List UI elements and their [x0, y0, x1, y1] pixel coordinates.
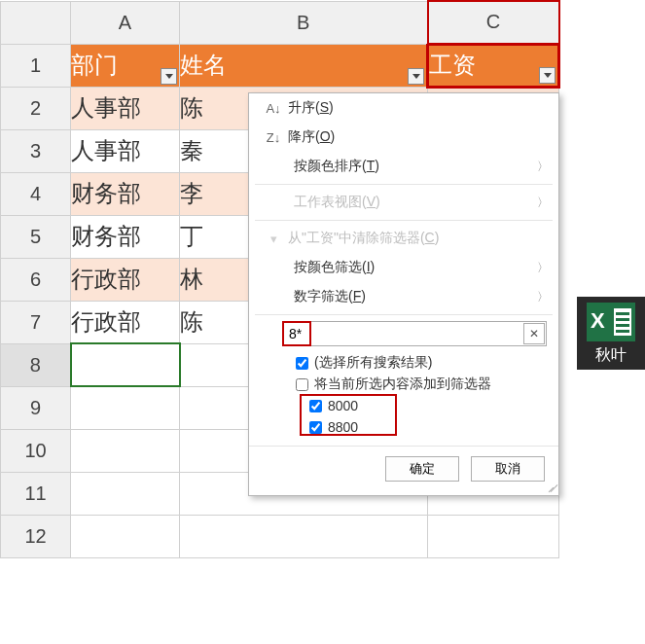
filter-by-color-item[interactable]: 按颜色筛选(I) 〉 — [249, 253, 558, 282]
sort-desc-label: 降序(O) — [284, 128, 549, 146]
result-checkbox-8800[interactable] — [309, 421, 322, 434]
filter-button-name[interactable] — [408, 68, 424, 85]
row-header-12[interactable]: 12 — [1, 515, 71, 557]
select-all-row[interactable]: (选择所有搜索结果) — [282, 352, 547, 374]
sort-by-color-item[interactable]: 按颜色排序(T) 〉 — [249, 152, 558, 181]
badge-text: 秋叶 — [595, 345, 627, 366]
row-header-11[interactable]: 11 — [1, 472, 71, 515]
separator — [255, 184, 553, 185]
result-checkbox-8000[interactable] — [309, 400, 322, 412]
row-header-4[interactable]: 4 — [1, 172, 71, 215]
row-header-8[interactable]: 8 — [1, 343, 71, 386]
select-all-checkbox[interactable] — [296, 357, 308, 370]
add-current-checkbox[interactable] — [296, 378, 308, 391]
separator — [255, 314, 553, 315]
resize-handle[interactable] — [547, 483, 556, 493]
search-input[interactable] — [283, 323, 522, 344]
sort-desc-icon: Z↓ — [263, 130, 284, 145]
clear-filter-item: ▾ 从"工资"中清除筛选器(C) — [249, 224, 558, 253]
cell-A6[interactable]: 行政部 — [71, 258, 180, 301]
result-row-8000[interactable]: 8000 — [282, 395, 547, 416]
row-header-2[interactable]: 2 — [1, 87, 71, 129]
sheet-view-label: 工作表视图(V) — [290, 194, 537, 211]
funnel-clear-icon: ▾ — [263, 232, 284, 246]
row-header-1[interactable]: 1 — [1, 44, 71, 87]
number-filter-item[interactable]: 数字筛选(F) 〉 — [249, 282, 558, 311]
chevron-right-icon: 〉 — [537, 195, 549, 211]
sort-desc-item[interactable]: Z↓ 降序(O) — [249, 123, 558, 152]
separator — [255, 220, 553, 221]
chevron-right-icon: 〉 — [537, 289, 549, 305]
filter-dropdown-menu: A↓ 升序(S) Z↓ 降序(O) 按颜色排序(T) 〉 工作表视图(V) 〉 … — [248, 92, 559, 496]
header-salary[interactable]: 工资 — [428, 44, 559, 87]
row-header-9[interactable]: 9 — [1, 386, 71, 429]
header-dept[interactable]: 部门 — [71, 44, 180, 87]
result-row-8800[interactable]: 8800 — [282, 416, 547, 438]
button-row: 确定 取消 — [249, 446, 558, 495]
cell-A3[interactable]: 人事部 — [71, 129, 180, 172]
ok-button[interactable]: 确定 — [385, 456, 459, 482]
header-name[interactable]: 姓名 — [180, 44, 428, 87]
number-filter-label: 数字筛选(F) — [290, 288, 537, 305]
add-current-label: 将当前所选内容添加到筛选器 — [314, 376, 491, 393]
filter-by-color-label: 按颜色筛选(I) — [290, 259, 537, 276]
sheet-view-item: 工作表视图(V) 〉 — [249, 188, 558, 217]
search-box-wrap: ✕ — [282, 321, 547, 346]
filter-checklist: (选择所有搜索结果) 将当前所选内容添加到筛选器 8000 8800 — [282, 352, 547, 438]
header-name-label: 姓名 — [180, 52, 227, 78]
cell-A8-selected[interactable] — [71, 343, 180, 386]
chevron-right-icon: 〉 — [537, 260, 549, 276]
result-label-8000: 8000 — [328, 398, 358, 413]
cell-A2[interactable]: 人事部 — [71, 87, 180, 129]
clear-filter-label: 从"工资"中清除筛选器(C) — [284, 230, 549, 247]
select-all-label: (选择所有搜索结果) — [314, 354, 432, 372]
col-header-A[interactable]: A — [71, 1, 180, 44]
sort-asc-icon: A↓ — [263, 101, 284, 116]
row-header-7[interactable]: 7 — [1, 301, 71, 343]
select-all-corner[interactable] — [1, 1, 71, 44]
row-header-3[interactable]: 3 — [1, 129, 71, 172]
result-label-8800: 8800 — [328, 419, 358, 435]
add-current-row[interactable]: 将当前所选内容添加到筛选器 — [282, 374, 547, 395]
excel-icon-letter: X — [591, 308, 605, 334]
row-header-6[interactable]: 6 — [1, 258, 71, 301]
chevron-right-icon: 〉 — [537, 159, 549, 175]
clear-search-button[interactable]: ✕ — [523, 323, 545, 344]
excel-icon: X — [587, 303, 635, 341]
col-header-C[interactable]: C — [428, 1, 559, 44]
row-header-5[interactable]: 5 — [1, 215, 71, 258]
cell-A5[interactable]: 财务部 — [71, 215, 180, 258]
row-header-10[interactable]: 10 — [1, 429, 71, 472]
sort-by-color-label: 按颜色排序(T) — [290, 158, 537, 175]
filter-button-dept[interactable] — [161, 68, 177, 85]
cell-A4[interactable]: 财务部 — [71, 172, 180, 215]
cell-A7[interactable]: 行政部 — [71, 301, 180, 343]
header-salary-label: 工资 — [429, 52, 476, 78]
filter-button-salary[interactable] — [539, 67, 555, 84]
qiuye-badge: X 秋叶 — [577, 297, 645, 370]
cancel-button[interactable]: 取消 — [471, 456, 545, 482]
sort-asc-label: 升序(S) — [284, 99, 549, 117]
header-dept-label: 部门 — [71, 52, 118, 78]
sort-asc-item[interactable]: A↓ 升序(S) — [249, 93, 558, 123]
col-header-B[interactable]: B — [180, 1, 428, 44]
